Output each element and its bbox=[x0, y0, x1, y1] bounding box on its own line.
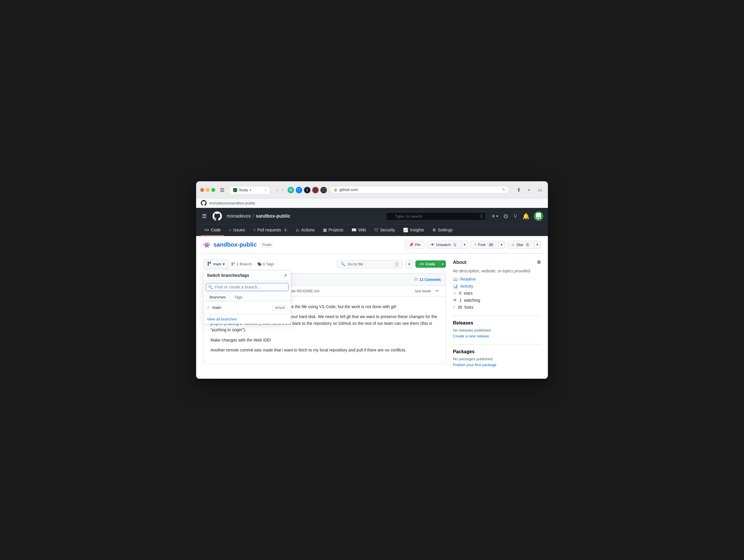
add-file-btn[interactable]: + bbox=[405, 260, 413, 269]
header-actions: + ▾ ⊙ ⑂ 🔔 bbox=[490, 211, 543, 221]
nav-item-issues[interactable]: ○ Issues bbox=[225, 225, 249, 236]
pull-requests-badge: 1 bbox=[283, 228, 288, 232]
search-input[interactable] bbox=[386, 212, 486, 220]
branch-info: 1 Branch | 0 Tags bbox=[231, 262, 274, 266]
view-all-branches-link[interactable]: View all branches bbox=[207, 317, 237, 321]
nav-item-projects[interactable]: ▦ Projects bbox=[320, 225, 347, 236]
new-tab-btn[interactable]: + bbox=[525, 186, 533, 194]
branch-selector-btn[interactable]: main ▾ bbox=[203, 259, 229, 269]
fork-button[interactable]: ⑂ Fork 39 bbox=[471, 241, 498, 249]
releases-section: Releases No releases published Create a … bbox=[453, 320, 541, 338]
tab-dropdown-arrow[interactable]: ▾ bbox=[250, 189, 251, 192]
breadcrumb-repo[interactable]: sandbox-public bbox=[256, 213, 290, 219]
tab-close-btn[interactable]: × bbox=[265, 188, 266, 192]
plugin-circle[interactable]: ⬛ bbox=[321, 187, 327, 193]
fork-count: 39 bbox=[487, 243, 494, 247]
nav-item-code[interactable]: <> Code bbox=[201, 225, 224, 236]
unwatch-dropdown-btn[interactable]: ▾ bbox=[461, 241, 468, 249]
check-icon: ✓ bbox=[207, 306, 210, 310]
traffic-light-green[interactable] bbox=[211, 188, 215, 192]
nav-item-wiki[interactable]: 📖 Wiki bbox=[348, 225, 369, 236]
share-btn[interactable]: ⬆ bbox=[515, 186, 523, 194]
pin-button[interactable]: 📌 Pin bbox=[405, 241, 424, 249]
plugin-info[interactable]: i bbox=[304, 187, 310, 193]
browser-tab-study[interactable]: 🎓 Study ▾ × bbox=[229, 186, 270, 194]
commits-count[interactable]: ⏱ 11 Commits bbox=[414, 277, 441, 282]
dropdown-search-area: 🔍 bbox=[203, 281, 291, 291]
star-button[interactable]: ☆ Star 0 bbox=[508, 241, 534, 249]
branches-tab[interactable]: Branches bbox=[206, 293, 229, 301]
github-logo[interactable] bbox=[213, 211, 222, 221]
timer-btn[interactable]: ⊙ bbox=[502, 211, 510, 221]
code-icon: <> bbox=[204, 228, 209, 232]
back-button[interactable]: ‹ bbox=[275, 187, 279, 193]
fork-dropdown-btn[interactable]: ▾ bbox=[498, 241, 505, 249]
nav-item-settings[interactable]: ⚙ Settings bbox=[429, 225, 456, 236]
code-angle-icon: <> bbox=[419, 262, 424, 266]
code-dropdown-arrow-icon: ▾ bbox=[442, 262, 444, 266]
dropdown-close-btn[interactable]: × bbox=[284, 273, 287, 278]
notifications-btn[interactable]: 🔔 bbox=[521, 211, 531, 221]
sidebar-watching-row: 👁 1 watching bbox=[453, 298, 541, 303]
plugin-shield[interactable]: 🛡 bbox=[296, 187, 302, 193]
traffic-light-yellow[interactable] bbox=[206, 188, 210, 192]
traffic-light-red[interactable] bbox=[200, 188, 204, 192]
create-release-link[interactable]: Create a new release bbox=[453, 334, 489, 338]
issues-icon: ○ bbox=[229, 228, 231, 232]
branch-item-name: main bbox=[212, 305, 221, 310]
nav-item-insights[interactable]: 📈 Insights bbox=[400, 225, 427, 236]
dropdown-tabs: Branches Tags bbox=[203, 291, 291, 301]
about-gear-btn[interactable]: ⚙ bbox=[537, 259, 541, 265]
star-dropdown-btn[interactable]: ▾ bbox=[534, 241, 541, 249]
branch-item-main[interactable]: ✓ main default bbox=[203, 304, 291, 312]
sidebar-panels-btn[interactable]: ▭ bbox=[535, 186, 544, 194]
dropdown-branch-list: ✓ main default bbox=[203, 301, 291, 314]
branch-search-input[interactable] bbox=[206, 283, 289, 291]
header-menu-btn[interactable]: ☰ bbox=[201, 212, 208, 221]
plugin-puzzle[interactable]: ⬛ bbox=[312, 187, 319, 193]
activity-icon: 📊 bbox=[453, 284, 458, 288]
star-count: 0 bbox=[525, 243, 530, 247]
user-avatar[interactable] bbox=[534, 211, 543, 221]
new-item-btn[interactable]: + ▾ bbox=[490, 212, 499, 221]
repo-emoji-icon: 👾 bbox=[203, 241, 211, 248]
nav-item-actions[interactable]: ▷ Actions bbox=[293, 225, 319, 236]
no-releases-text: No releases published bbox=[453, 328, 541, 332]
forward-button[interactable]: › bbox=[281, 187, 284, 193]
security-icon: 🛡 bbox=[374, 228, 378, 232]
code-green-btn[interactable]: <> Code bbox=[415, 261, 439, 268]
branch-count-item[interactable]: 1 Branch bbox=[231, 262, 252, 266]
edit-file-btn[interactable]: ✏ bbox=[434, 288, 441, 294]
breadcrumb: monadevos / sandbox-public bbox=[227, 213, 290, 219]
activity-link[interactable]: Activity bbox=[460, 284, 473, 288]
svg-rect-2 bbox=[220, 191, 224, 192]
tags-tab[interactable]: Tags bbox=[231, 293, 246, 301]
repo-name[interactable]: sandbox-public bbox=[213, 241, 257, 248]
reload-btn[interactable]: ↻ bbox=[502, 188, 506, 192]
breadcrumb-user[interactable]: monadevos bbox=[227, 213, 251, 219]
github-app: ☰ monadevos / sandbox-public 🔍 / bbox=[196, 208, 548, 379]
projects-icon: ▦ bbox=[323, 228, 327, 232]
sidebar-divider-2 bbox=[453, 344, 541, 345]
address-bar[interactable]: 🔒 github.com ↻ bbox=[330, 186, 509, 193]
branch-icon bbox=[207, 261, 212, 267]
sidebar-readme-row: 📖 Readme bbox=[453, 277, 541, 281]
readme-link[interactable]: Readme bbox=[460, 277, 476, 281]
tag-count-item[interactable]: 0 Tags bbox=[257, 262, 274, 266]
nav-item-pull-requests[interactable]: ⑂ Pull requests 1 bbox=[250, 225, 292, 236]
pull-request-btn[interactable]: ⑂ bbox=[512, 212, 518, 221]
code-dropdown-btn[interactable]: ▾ bbox=[439, 261, 446, 268]
sidebar-toggle-btn[interactable] bbox=[218, 186, 226, 194]
repo-title-wrap: 👾 sandbox-public Public bbox=[203, 241, 274, 248]
publish-package-link[interactable]: Publish your first package bbox=[453, 363, 496, 367]
go-to-file-btn[interactable]: 🔍 Go to file t bbox=[337, 260, 403, 268]
actions-icon: ▷ bbox=[296, 228, 300, 232]
traffic-lights bbox=[200, 188, 215, 192]
plugin-icons: G 🛡 i ⬛ ⬛ bbox=[288, 187, 327, 193]
nav-item-security[interactable]: 🛡 Security bbox=[371, 225, 399, 236]
plugin-grammarly[interactable]: G bbox=[288, 187, 294, 193]
commits-link[interactable]: 11 Commits bbox=[419, 277, 441, 282]
unwatch-button[interactable]: 👁 Unwatch 1 bbox=[427, 241, 461, 249]
tab-label: Study bbox=[239, 188, 248, 192]
forks-label: forks bbox=[464, 305, 474, 310]
